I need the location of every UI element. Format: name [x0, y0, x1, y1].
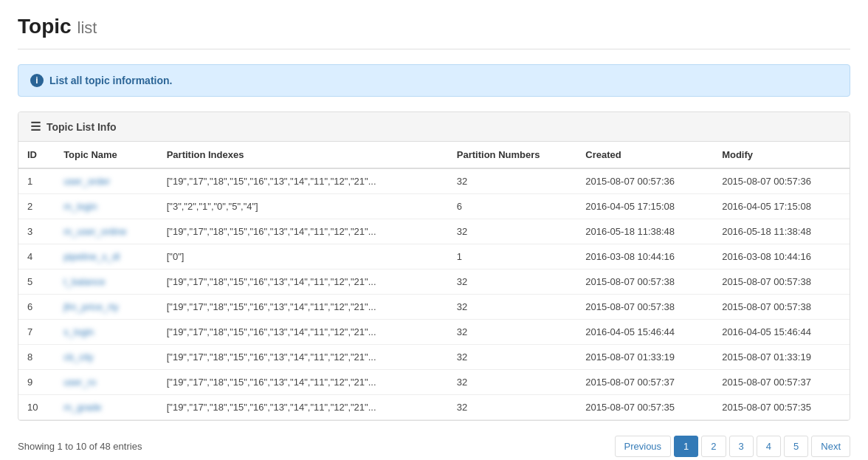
topic-name-link[interactable]: jfm_price_rty	[63, 301, 118, 312]
footer: Showing 1 to 10 of 48 entries Previous12…	[18, 436, 850, 457]
pagination-page-3[interactable]: 3	[729, 436, 754, 457]
cell-id: 5	[18, 270, 55, 295]
cell-partition-numbers: 32	[448, 219, 577, 244]
cell-partition-numbers: 32	[448, 370, 577, 395]
topic-name-text: s_login	[63, 326, 94, 337]
showing-text: Showing 1 to 10 of 48 entries	[18, 441, 142, 452]
cell-partition-numbers: 32	[448, 168, 577, 194]
col-modify: Modify	[713, 142, 850, 168]
topic-name-link[interactable]: m_login	[63, 201, 97, 212]
col-partition-numbers: Partition Numbers	[448, 142, 577, 168]
topic-name-link[interactable]: cb_city	[63, 351, 93, 363]
cell-id: 4	[18, 244, 55, 270]
topic-name-text: t_balance	[63, 276, 105, 287]
pagination-page-1[interactable]: 1	[674, 436, 698, 457]
topic-table: ID Topic Name Partition Indexes Partitio…	[18, 142, 850, 420]
cell-topic-name[interactable]: cb_city	[55, 345, 158, 370]
cell-partition-indexes: ["19","17","18","15","16","13","14","11"…	[158, 370, 448, 395]
page-title-bold: Topic	[18, 15, 72, 38]
cell-id: 9	[18, 370, 55, 395]
cell-created: 2016-04-05 15:46:44	[576, 320, 713, 345]
cell-id: 7	[18, 320, 55, 345]
cell-partition-numbers: 32	[448, 295, 577, 320]
table-row: 2m_login["3","2","1","0","5","4"]62016-0…	[18, 194, 850, 219]
cell-topic-name[interactable]: s_login	[55, 320, 158, 345]
table-row: 6jfm_price_rty["19","17","18","15","16",…	[18, 295, 850, 320]
col-topic-name: Topic Name	[55, 142, 158, 168]
cell-modify: 2015-08-07 00:57:37	[713, 370, 850, 395]
cell-topic-name[interactable]: m_user_online	[55, 219, 158, 244]
pagination-page-2[interactable]: 2	[701, 436, 726, 457]
topic-name-link[interactable]: user_ro	[63, 377, 96, 388]
topic-name-text: cb_city	[63, 351, 93, 363]
page-title-container: Topic list	[18, 15, 850, 49]
table-row: 1user_order["19","17","18","15","16","13…	[18, 168, 850, 194]
cell-id: 6	[18, 295, 55, 320]
page-title-light: list	[78, 18, 97, 38]
table-row: 4pipeline_s_dl["0"]12016-03-08 10:44:162…	[18, 244, 850, 270]
cell-topic-name[interactable]: pipeline_s_dl	[55, 244, 158, 270]
table-row: 8cb_city["19","17","18","15","16","13","…	[18, 345, 850, 370]
cell-topic-name[interactable]: m_login	[55, 194, 158, 219]
cell-created: 2015-08-07 00:57:36	[576, 168, 713, 194]
topic-name-link[interactable]: pipeline_s_dl	[63, 251, 120, 262]
cell-id: 1	[18, 168, 55, 194]
cell-topic-name[interactable]: jfm_price_rty	[55, 295, 158, 320]
list-icon: ☰	[30, 120, 41, 134]
cell-modify: 2016-04-05 17:15:08	[713, 194, 850, 219]
cell-partition-indexes: ["3","2","1","0","5","4"]	[158, 194, 448, 219]
cell-id: 3	[18, 219, 55, 244]
cell-created: 2015-08-07 00:57:38	[576, 295, 713, 320]
cell-id: 8	[18, 345, 55, 370]
cell-topic-name[interactable]: m_grade	[55, 395, 158, 420]
topic-name-text: jfm_price_rty	[63, 301, 118, 312]
cell-modify: 2015-08-07 00:57:35	[713, 395, 850, 420]
cell-id: 10	[18, 395, 55, 420]
cell-modify: 2015-08-07 00:57:38	[713, 270, 850, 295]
cell-topic-name[interactable]: user_ro	[55, 370, 158, 395]
pagination-previous-button[interactable]: Previous	[615, 436, 672, 457]
topic-name-link[interactable]: m_grade	[63, 402, 101, 413]
cell-partition-indexes: ["19","17","18","15","16","13","14","11"…	[158, 395, 448, 420]
topic-name-link[interactable]: m_user_online	[63, 226, 126, 237]
topic-name-text: user_order	[63, 176, 110, 187]
pagination-page-4[interactable]: 4	[757, 436, 781, 457]
cell-partition-numbers: 32	[448, 345, 577, 370]
cell-partition-numbers: 1	[448, 244, 577, 270]
table-row: 7s_login["19","17","18","15","16","13","…	[18, 320, 850, 345]
topic-name-text: pipeline_s_dl	[63, 251, 120, 262]
cell-modify: 2016-03-08 10:44:16	[713, 244, 850, 270]
topic-name-text: user_ro	[63, 377, 96, 388]
cell-partition-indexes: ["0"]	[158, 244, 448, 270]
cell-partition-indexes: ["19","17","18","15","16","13","14","11"…	[158, 320, 448, 345]
topic-list-card: ☰ Topic List Info ID Topic Name Partitio…	[18, 111, 850, 421]
cell-topic-name[interactable]: t_balance	[55, 270, 158, 295]
card-header-label: Topic List Info	[46, 121, 117, 133]
topic-name-text: m_grade	[63, 402, 101, 413]
info-icon: i	[30, 74, 44, 87]
cell-modify: 2016-04-05 15:46:44	[713, 320, 850, 345]
card-header: ☰ Topic List Info	[18, 112, 850, 142]
table-header: ID Topic Name Partition Indexes Partitio…	[18, 142, 850, 168]
cell-created: 2016-04-05 17:15:08	[576, 194, 713, 219]
topic-name-link[interactable]: user_order	[63, 176, 110, 187]
cell-created: 2015-08-07 01:33:19	[576, 345, 713, 370]
table-row: 3m_user_online["19","17","18","15","16",…	[18, 219, 850, 244]
cell-topic-name[interactable]: user_order	[55, 168, 158, 194]
topic-name-text: m_login	[63, 201, 97, 212]
pagination-next-button[interactable]: Next	[811, 436, 850, 457]
table-row: 5t_balance["19","17","18","15","16","13"…	[18, 270, 850, 295]
topic-name-link[interactable]: s_login	[63, 326, 94, 337]
table-body: 1user_order["19","17","18","15","16","13…	[18, 168, 850, 420]
cell-partition-indexes: ["19","17","18","15","16","13","14","11"…	[158, 270, 448, 295]
cell-partition-numbers: 32	[448, 320, 577, 345]
pagination[interactable]: Previous12345Next	[615, 436, 850, 457]
cell-partition-numbers: 32	[448, 270, 577, 295]
table-row: 10m_grade["19","17","18","15","16","13",…	[18, 395, 850, 420]
cell-partition-indexes: ["19","17","18","15","16","13","14","11"…	[158, 345, 448, 370]
pagination-page-5[interactable]: 5	[784, 436, 808, 457]
cell-created: 2015-08-07 00:57:35	[576, 395, 713, 420]
topic-name-text: m_user_online	[63, 226, 126, 237]
topic-name-link[interactable]: t_balance	[63, 276, 105, 287]
cell-partition-indexes: ["19","17","18","15","16","13","14","11"…	[158, 219, 448, 244]
